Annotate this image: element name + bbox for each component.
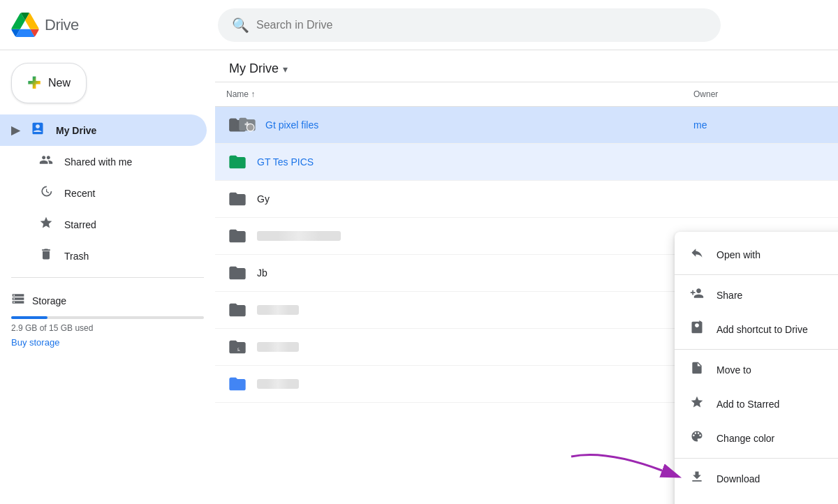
content-area: My Drive ▾ Name ↑ Owner (215, 50, 838, 504)
sort-arrow-icon: ↑ (251, 89, 255, 99)
sidebar-item-my-drive[interactable]: ▶ My Drive (0, 114, 207, 146)
menu-divider (675, 458, 838, 459)
my-drive-icon (29, 121, 46, 139)
logo-area: Drive (11, 13, 207, 37)
file-name-cell (215, 292, 682, 329)
drive-logo-icon (11, 13, 39, 37)
owner-cell (682, 144, 838, 181)
app-title: Drive (45, 16, 79, 34)
blurred-filename (257, 231, 341, 241)
menu-item-download[interactable]: Download (675, 461, 838, 496)
menu-item-label: Move to (716, 364, 751, 376)
menu-item-add-starred[interactable]: Add to Starred (675, 387, 838, 421)
menu-item-label: Open with (716, 249, 760, 260)
file-name-text: Gy (257, 193, 270, 205)
menu-item-label: Change color (716, 433, 774, 444)
menu-item-remove[interactable]: Remove (675, 496, 838, 504)
storage-bar-bg (11, 316, 204, 319)
plus-icon: ✚ (27, 73, 41, 93)
content-header: My Drive ▾ (215, 50, 838, 82)
sidebar-item-starred[interactable]: Starred (0, 209, 207, 240)
storage-label: Storage (11, 292, 204, 309)
file-name-cell: Gy (215, 181, 682, 218)
folder-icon (226, 299, 249, 321)
file-name-text: Jb (257, 267, 267, 279)
add-shortcut-icon (689, 320, 705, 338)
menu-divider (675, 349, 838, 350)
starred-icon (38, 216, 54, 233)
trash-icon (38, 247, 54, 265)
drive-title[interactable]: My Drive ▾ (229, 61, 288, 76)
file-name-cell: Gt pixel files (215, 107, 682, 144)
expand-chevron-icon: ▶ (11, 124, 20, 137)
new-button[interactable]: ✚ New (11, 63, 87, 103)
menu-item-label: Share (716, 290, 742, 301)
menu-item-move-to[interactable]: Move to (675, 353, 838, 387)
open-with-icon (689, 246, 705, 263)
table-row[interactable]: GT Tes PICS (215, 144, 838, 181)
file-name-cell (215, 366, 682, 403)
palette-icon (689, 429, 705, 447)
file-name-cell (215, 329, 682, 366)
sidebar-divider (11, 277, 204, 278)
storage-section: Storage 2.9 GB of 15 GB used Buy storage (0, 283, 215, 356)
search-icon: 🔍 (232, 17, 249, 34)
storage-text: Storage (32, 295, 66, 306)
folder-icon (226, 188, 249, 210)
menu-item-label: Add to Starred (716, 399, 779, 410)
buy-storage-link[interactable]: Buy storage (11, 337, 204, 348)
menu-item-label: Add shortcut to Drive (716, 324, 808, 335)
context-menu: Open with › Share Add shortcu (675, 232, 838, 504)
storage-icon (11, 292, 25, 309)
menu-divider (675, 274, 838, 275)
sidebar-item-label: Recent (64, 188, 95, 199)
col-owner-header: Owner (682, 82, 838, 107)
search-bar[interactable]: 🔍 (218, 8, 721, 42)
table-row[interactable]: Gt pixel files me (215, 107, 838, 144)
blue-folder-icon (226, 373, 249, 395)
chevron-down-icon[interactable]: ▾ (283, 64, 288, 75)
file-name-cell: GT Tes PICS (215, 144, 682, 181)
shared-icon (38, 153, 54, 170)
sidebar-item-recent[interactable]: Recent (0, 177, 207, 209)
share-icon (689, 286, 705, 304)
file-name-text: GT Tes PICS (257, 156, 314, 168)
sidebar-item-label: Starred (64, 219, 96, 230)
owner-cell (682, 181, 838, 218)
menu-item-label: Download (716, 473, 760, 484)
owner-cell: me (682, 107, 838, 144)
table-row[interactable]: Gy (215, 181, 838, 218)
blurred-filename (257, 379, 299, 389)
sidebar-item-label: Trash (64, 251, 89, 262)
sidebar-item-shared[interactable]: Shared with me (0, 146, 207, 177)
sidebar-item-label: Shared with me (64, 156, 132, 168)
header: Drive 🔍 (0, 0, 838, 50)
shared-folder-icon (226, 336, 249, 358)
storage-used-text: 2.9 GB of 15 GB used (11, 323, 204, 333)
menu-item-open-with[interactable]: Open with › (675, 237, 838, 272)
file-name-text: Gt pixel files (265, 119, 318, 131)
table-header: Name ↑ Owner (215, 82, 838, 107)
menu-item-share[interactable]: Share (675, 278, 838, 312)
green-folder-icon (226, 151, 249, 173)
new-button-label: New (48, 77, 71, 89)
blurred-filename (257, 342, 299, 352)
sidebar-item-label: My Drive (56, 125, 96, 136)
file-name-cell (215, 218, 682, 255)
menu-item-change-color[interactable]: Change color › (675, 421, 838, 455)
star-icon (689, 395, 705, 413)
sidebar: ✚ New ▶ My Drive Shared with me Recent (0, 50, 215, 504)
search-input[interactable] (256, 19, 707, 31)
menu-item-add-shortcut[interactable]: Add shortcut to Drive ? (675, 312, 838, 346)
download-icon (689, 470, 705, 487)
sidebar-item-trash[interactable]: Trash (0, 240, 207, 272)
move-to-icon (689, 361, 705, 378)
recent-icon (38, 184, 54, 202)
arrow-annotation (550, 443, 690, 501)
main-layout: ✚ New ▶ My Drive Shared with me Recent (0, 50, 838, 504)
drive-title-text: My Drive (229, 61, 279, 76)
blurred-filename (257, 305, 299, 315)
svg-point-1 (247, 124, 254, 131)
storage-bar-fill (11, 316, 47, 319)
folder-icon (226, 262, 249, 284)
